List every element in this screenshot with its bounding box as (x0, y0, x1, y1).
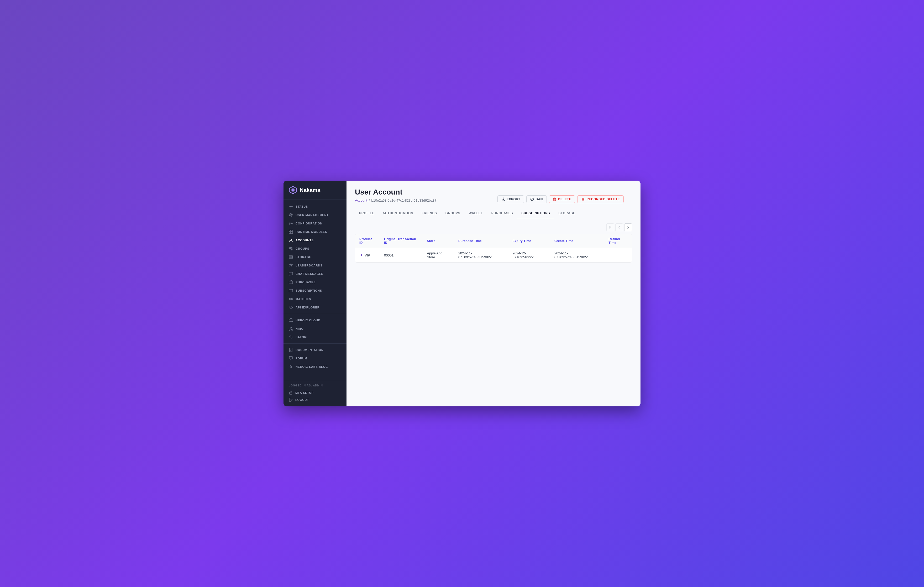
svg-rect-10 (291, 232, 293, 234)
groups-icon (289, 247, 293, 251)
sidebar-item-runtime-modules[interactable]: RUNTIME MODULES (284, 228, 346, 236)
nakama-logo-icon (289, 186, 297, 194)
cell-refund-time (604, 248, 632, 262)
cell-store: Apple App Store (422, 248, 454, 262)
account-icon (289, 238, 293, 242)
svg-point-17 (292, 257, 292, 258)
recorded-delete-icon (581, 198, 585, 201)
doc-icon (289, 348, 293, 352)
next-page-icon (627, 226, 630, 229)
sidebar-item-chat-messages[interactable]: CHAT MESSAGES (284, 270, 346, 278)
sidebar-item-configuration[interactable]: CONFIGURATION (284, 219, 346, 228)
tabs-row: PROFILE AUTHENTICATION FRIENDS GROUPS WA… (355, 209, 632, 218)
breadcrumb-id: b10e2a53-5a1d-47c1-823d-61b33d92ba37 (371, 198, 437, 203)
users-icon (289, 213, 293, 217)
matches-icon (289, 297, 293, 301)
sidebar-item-forum[interactable]: FORUM (284, 354, 346, 363)
delete-button[interactable]: DELETE (549, 195, 575, 203)
col-original-transaction-id: Original Transaction ID (380, 234, 422, 248)
svg-rect-9 (289, 232, 290, 234)
mfa-icon (289, 391, 293, 394)
table-row: VIP 00001 Apple App Store 2024-11-07T09:… (355, 248, 632, 262)
pagination-next[interactable] (624, 223, 632, 231)
sidebar-item-matches[interactable]: MATCHES (284, 295, 346, 303)
pagination-prev[interactable] (615, 223, 623, 231)
cell-create-time: 2024-11-07T09:57:43.315982Z (550, 248, 604, 262)
svg-rect-26 (290, 392, 292, 394)
recorded-delete-button[interactable]: RECORDED DELETE (577, 195, 624, 203)
svg-rect-19 (289, 289, 293, 292)
svg-point-6 (290, 223, 292, 224)
sidebar-item-mfa-setup[interactable]: MFA SETUP (289, 389, 341, 396)
tab-authentication[interactable]: AUTHENTICATION (378, 209, 417, 218)
svg-point-5 (291, 214, 292, 215)
sidebar-item-groups[interactable]: GROUPS (284, 244, 346, 253)
forum-icon (289, 356, 293, 360)
main-content: User Account Account / b10e2a53-5a1d-47c… (346, 181, 640, 406)
tab-wallet[interactable]: WALLET (465, 209, 487, 218)
sidebar-item-documentation[interactable]: DOCUMENTATION (284, 346, 346, 354)
sidebar-footer: LOGGED IN AS: ADMIN MFA SETUP LOGOUT (284, 381, 346, 406)
svg-rect-29 (582, 198, 584, 201)
svg-point-16 (292, 256, 292, 257)
col-refund-time: Refund Time (604, 234, 632, 248)
breadcrumb-link[interactable]: Account (355, 198, 367, 203)
sidebar-item-user-management[interactable]: USER MANAGEMENT (284, 211, 346, 219)
svg-rect-28 (554, 198, 556, 201)
sidebar-item-leaderboards[interactable]: LEADERBOARDS (284, 261, 346, 270)
first-page-icon (609, 226, 612, 229)
col-expiry-time: Expiry Time (508, 234, 550, 248)
row-expand-button[interactable] (360, 253, 363, 258)
export-button[interactable]: EXPORT (497, 195, 524, 203)
col-store: Store (422, 234, 454, 248)
svg-rect-8 (291, 230, 293, 232)
cell-original-transaction-id: 00001 (380, 248, 422, 262)
subscriptions-icon (289, 289, 293, 293)
tab-groups[interactable]: GROUPS (441, 209, 465, 218)
ban-icon (530, 198, 534, 201)
ban-button[interactable]: BAN (526, 195, 547, 203)
api-icon (289, 305, 293, 310)
purchases-icon (289, 280, 293, 284)
tab-friends[interactable]: FRIENDS (417, 209, 441, 218)
chevron-right-icon (360, 253, 363, 257)
logout-icon (289, 398, 293, 402)
cloud-icon (289, 318, 293, 322)
sidebar-item-hiro[interactable]: HIRO (284, 325, 346, 333)
gear-icon (289, 221, 293, 226)
svg-rect-7 (289, 230, 290, 232)
satori-icon (289, 335, 293, 339)
pagination (355, 223, 632, 231)
svg-point-12 (290, 247, 291, 249)
table-header-row: Product ID Original Transaction ID Store… (355, 234, 632, 248)
tab-subscriptions[interactable]: SUBSCRIPTIONS (517, 209, 554, 218)
sidebar-item-satori[interactable]: SATORI (284, 333, 346, 341)
hiro-icon (289, 326, 293, 331)
svg-point-4 (290, 214, 291, 215)
tab-profile[interactable]: PROFILE (355, 209, 378, 218)
sidebar-item-heroic-labs-blog[interactable]: HEROIC LABS BLOG (284, 363, 346, 371)
chat-icon (289, 272, 293, 276)
col-product-id: Product ID (355, 234, 380, 248)
sidebar-item-heroic-cloud[interactable]: HEROIC CLOUD (284, 316, 346, 325)
sidebar-item-api-explorer[interactable]: API EXPLORER (284, 303, 346, 312)
app-name: Nakama (300, 187, 320, 193)
sidebar-nav: STATUS USER MANAGEMENT CONFIGURATION RUN… (284, 200, 346, 381)
blog-icon (289, 364, 293, 369)
tab-purchases[interactable]: PURCHASES (487, 209, 517, 218)
sidebar-item-subscriptions[interactable]: SUBSCRIPTIONS (284, 287, 346, 295)
pagination-first[interactable] (606, 223, 614, 231)
tab-storage[interactable]: STORAGE (554, 209, 579, 218)
export-icon (502, 198, 505, 201)
action-buttons: EXPORT BAN DELETE RECORDED DELETE (497, 195, 624, 203)
subscriptions-table: Product ID Original Transaction ID Store… (355, 234, 632, 263)
sidebar-item-logout[interactable]: LOGOUT (289, 396, 341, 403)
page-header: User Account Account / b10e2a53-5a1d-47c… (355, 188, 632, 203)
cell-purchase-time: 2024-11-07T09:57:43.315982Z (454, 248, 508, 262)
leaderboards-icon (289, 263, 293, 267)
sidebar-item-accounts[interactable]: ACCOUNTS (284, 236, 346, 244)
sidebar-item-status[interactable]: STATUS (284, 203, 346, 211)
sidebar-item-purchases[interactable]: PURCHASES (284, 278, 346, 287)
sidebar-item-storage[interactable]: STORAGE (284, 253, 346, 261)
sidebar: Nakama STATUS USER MANAGEMENT CONFIGURAT… (284, 181, 346, 406)
